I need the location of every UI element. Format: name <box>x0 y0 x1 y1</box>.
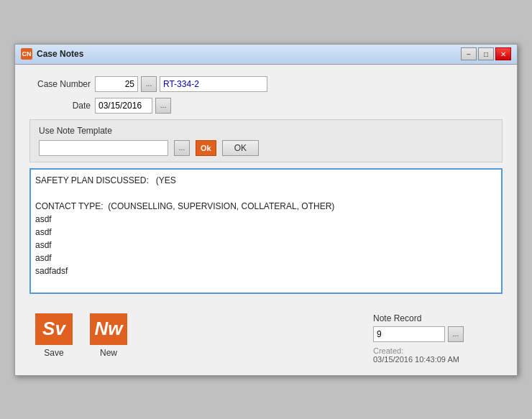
date-input[interactable] <box>95 98 152 114</box>
title-bar-buttons: − □ ✕ <box>461 47 511 60</box>
case-name-input[interactable] <box>160 76 267 92</box>
new-button-wrapper: Nw New <box>84 313 133 358</box>
save-icon-box: Sv <box>35 313 73 345</box>
action-buttons: Sv Save Nw New <box>29 313 133 358</box>
template-input[interactable] <box>39 140 168 156</box>
date-row: Date ... <box>29 98 503 114</box>
ok-button[interactable]: OK <box>222 140 259 156</box>
save-label: Save <box>44 348 63 358</box>
date-browse-button[interactable]: ... <box>155 98 171 114</box>
main-window: CN Case Notes − □ ✕ Case Number ... Date <box>14 44 518 376</box>
date-group: ... <box>95 98 171 114</box>
save-button-wrapper: Sv Save <box>29 313 78 358</box>
save-button[interactable]: Sv Save <box>29 313 78 358</box>
close-button[interactable]: ✕ <box>495 47 511 60</box>
new-icon: Nw <box>95 318 123 340</box>
note-record-browse-button[interactable]: ... <box>448 326 464 342</box>
created-value: 03/15/2016 10:43:09 AM <box>373 355 503 364</box>
created-label: Created: <box>373 346 503 355</box>
note-record-section: Note Record ... Created: 03/15/2016 10:4… <box>373 313 503 364</box>
ok-orange-button[interactable]: Ok <box>196 140 216 156</box>
minimize-button[interactable]: − <box>461 47 477 60</box>
notes-textarea[interactable]: SAFETY PLAN DISCUSSED: (YES CONTACT TYPE… <box>29 168 503 294</box>
note-record-input[interactable] <box>373 326 445 342</box>
maximize-button[interactable]: □ <box>478 47 494 60</box>
template-row: ... Ok OK <box>39 140 493 156</box>
note-record-title: Note Record <box>373 313 503 323</box>
case-number-group: ... <box>95 76 267 92</box>
notes-container: SAFETY PLAN DISCUSSED: (YES CONTACT TYPE… <box>29 168 503 305</box>
template-section: Use Note Template ... Ok OK <box>29 119 503 162</box>
template-browse-button[interactable]: ... <box>174 140 190 156</box>
template-label: Use Note Template <box>39 126 493 136</box>
case-number-label: Case Number <box>29 79 91 89</box>
case-number-browse-button[interactable]: ... <box>141 76 157 92</box>
bottom-section: Sv Save Nw New Note Reco <box>29 313 503 364</box>
save-icon: Sv <box>42 318 65 340</box>
case-number-row: Case Number ... <box>29 76 503 92</box>
window-icon: CN <box>21 48 32 60</box>
date-label: Date <box>29 101 91 111</box>
title-bar: CN Case Notes − □ ✕ <box>15 45 517 65</box>
new-button[interactable]: Nw New <box>84 313 133 358</box>
case-number-input[interactable] <box>95 76 138 92</box>
title-bar-left: CN Case Notes <box>21 48 83 60</box>
note-record-row: ... <box>373 326 503 342</box>
window-title: Case Notes <box>37 49 83 59</box>
content-area: Case Number ... Date ... Use Note Templa… <box>15 65 517 375</box>
new-label: New <box>100 348 117 358</box>
new-icon-box: Nw <box>90 313 127 345</box>
